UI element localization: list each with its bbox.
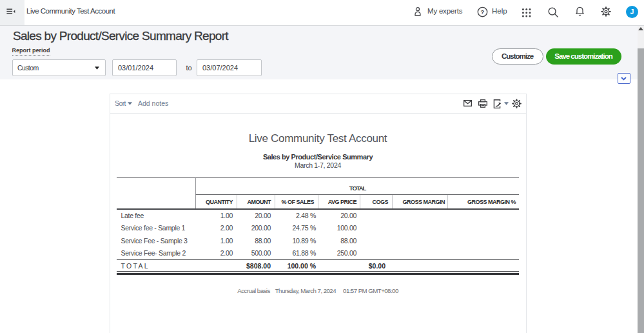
svg-text:?: ? bbox=[481, 8, 485, 15]
